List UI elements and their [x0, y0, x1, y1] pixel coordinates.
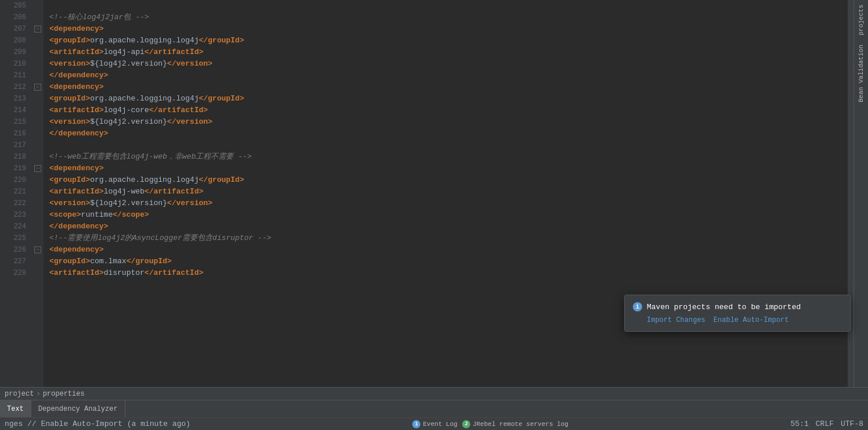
- tab-dependency-analyzer[interactable]: Dependency Analyzer: [31, 400, 125, 418]
- encoding: UTF-8: [841, 420, 863, 428]
- info-icon: i: [633, 302, 642, 311]
- code-line: <version>${log4j2.version}</version>: [49, 116, 848, 128]
- line-number: 224: [0, 221, 26, 232]
- breadcrumb-project[interactable]: project: [5, 390, 34, 398]
- line-number: 221: [0, 186, 26, 198]
- code-line: <!--需要使用log4j2的AsyncLogger需要包含disruptor …: [49, 232, 848, 244]
- breadcrumb-properties[interactable]: properties: [43, 390, 85, 398]
- notification-title-text: Maven projects need to be imported: [647, 303, 801, 311]
- code-line: <groupId>org.apache.logging.log4j</group…: [49, 174, 848, 186]
- sidebar-tab-projects[interactable]: projects: [855, 0, 867, 40]
- right-sidebar: projects Bean Validation: [853, 0, 868, 387]
- tab-text[interactable]: Text: [0, 400, 31, 418]
- line-ending: CRLF: [816, 420, 834, 428]
- event-log-icon: 1: [412, 420, 420, 428]
- line-number: 218: [0, 151, 26, 163]
- code-line: <artifactId>log4j-web</artifactId>: [49, 186, 848, 198]
- code-line: <artifactId>log4j-api</artifactId>: [49, 46, 848, 58]
- line-number: 206: [0, 12, 26, 23]
- breadcrumb-bar: project › properties: [0, 387, 868, 400]
- breadcrumb-separator: ›: [36, 390, 40, 398]
- status-right: 55:1 CRLF UTF-8: [791, 420, 863, 428]
- code-line: </dependency>: [49, 221, 848, 232]
- jrebel-log-item[interactable]: J JRebel remote servers log: [462, 420, 568, 428]
- line-number: 222: [0, 198, 26, 209]
- line-number: 226: [0, 244, 26, 256]
- line-number: 209: [0, 46, 26, 58]
- line-number: 213: [0, 93, 26, 105]
- notification-actions: Import Changes Enable Auto-Import: [633, 316, 842, 324]
- line-number: 227: [0, 256, 26, 267]
- bottom-strip: nges // Enable Auto-Import (a minute ago…: [0, 417, 868, 430]
- code-line: <dependency>: [49, 163, 848, 174]
- fold-gutter: −−−−: [32, 0, 44, 387]
- line-number: 225: [0, 232, 26, 244]
- event-log-item[interactable]: 1 Event Log: [412, 420, 457, 428]
- fold-icon[interactable]: −: [34, 84, 41, 91]
- code-line: [49, 139, 848, 151]
- line-number: 215: [0, 116, 26, 128]
- code-line: <!--web工程需要包含log4j-web，非web工程不需要 -->: [49, 151, 848, 163]
- code-line: <dependency>: [49, 81, 848, 93]
- line-number: 214: [0, 105, 26, 116]
- line-number: 220: [0, 174, 26, 186]
- code-line: <dependency>: [49, 244, 848, 256]
- code-line: <dependency>: [49, 23, 848, 35]
- enable-auto-import-link[interactable]: Enable Auto-Import: [714, 316, 789, 324]
- cursor-position: 55:1: [791, 420, 809, 428]
- fold-icon[interactable]: −: [34, 165, 41, 172]
- code-line: <artifactId>log4j-core</artifactId>: [49, 105, 848, 116]
- line-number: 208: [0, 35, 26, 46]
- import-changes-link[interactable]: Import Changes: [647, 316, 705, 324]
- notification-title: i Maven projects need to be imported: [633, 302, 842, 311]
- code-line: <groupId>org.apache.logging.log4j</group…: [49, 93, 848, 105]
- line-number: 228: [0, 267, 26, 279]
- line-number: 211: [0, 70, 26, 81]
- code-line: <artifactId>disruptor</artifactId>: [49, 267, 848, 279]
- code-line: <version>${log4j2.version}</version>: [49, 58, 848, 70]
- code-line: <!--核心log4j2jar包 -->: [49, 12, 848, 23]
- code-line: </dependency>: [49, 128, 848, 139]
- jrebel-icon: J: [462, 420, 470, 428]
- editor-container: 2052062072082092102112122132142152162172…: [0, 0, 868, 430]
- fold-icon[interactable]: −: [34, 26, 41, 33]
- status-left-text: nges // Enable Auto-Import (a minute ago…: [5, 420, 190, 428]
- line-number: 217: [0, 139, 26, 151]
- line-number: 223: [0, 209, 26, 221]
- line-number: 219: [0, 163, 26, 174]
- code-line: <version>${log4j2.version}</version>: [49, 198, 848, 209]
- line-number: 216: [0, 128, 26, 139]
- code-line: </dependency>: [49, 70, 848, 81]
- line-number: 212: [0, 81, 26, 93]
- code-line: <groupId>com.lmax</groupId>: [49, 256, 848, 267]
- line-number: 210: [0, 58, 26, 70]
- code-line: <scope>runtime</scope>: [49, 209, 848, 221]
- line-number: 207: [0, 23, 26, 35]
- line-number: 205: [0, 0, 26, 12]
- sidebar-tab-bean-validation[interactable]: Bean Validation: [855, 40, 867, 107]
- fold-icon[interactable]: −: [34, 246, 41, 253]
- code-line: <groupId>org.apache.logging.log4j</group…: [49, 35, 848, 46]
- code-line: [49, 0, 848, 12]
- line-numbers: 2052062072082092102112122132142152162172…: [0, 0, 32, 387]
- notification-popup: i Maven projects need to be imported Imp…: [624, 295, 851, 332]
- code-area: 2052062072082092102112122132142152162172…: [0, 0, 868, 387]
- bottom-tabs: Text Dependency Analyzer: [0, 400, 868, 417]
